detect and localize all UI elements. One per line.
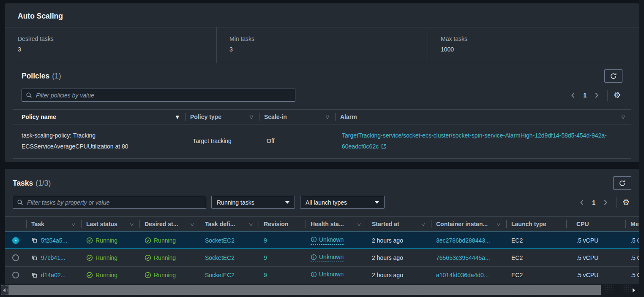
started-at-cell: 2 hours ago (367, 249, 431, 266)
stat-value: 1000 (441, 46, 626, 53)
status-running-badge: Running (86, 254, 117, 261)
revision-link[interactable]: 9 (264, 272, 267, 278)
task-radio-selected[interactable] (12, 237, 19, 244)
column-header-task-definition[interactable]: Task defi...▽ (200, 217, 259, 231)
task-row[interactable]: 97cb41... Running Running SocketEC2 9 Un… (5, 249, 639, 266)
policies-page-number[interactable]: 1 (579, 92, 590, 99)
policies-panel: Policies(1) (13, 63, 631, 159)
column-header-launch-type: Launch type (506, 217, 566, 231)
horizontal-scrollbar-thumb[interactable] (8, 285, 601, 295)
cpu-cell: .5 vCPU (566, 249, 625, 266)
sort-icon[interactable]: ▽ (418, 221, 425, 227)
sort-icon[interactable]: ▽ (187, 221, 194, 227)
sort-icon[interactable]: ▽ (68, 221, 75, 227)
column-header-cpu: CPU (566, 217, 625, 231)
task-radio[interactable] (12, 272, 19, 278)
policies-next-page-button[interactable] (590, 92, 603, 99)
sort-icon[interactable]: ▽ (322, 114, 329, 120)
column-header-container-instance[interactable]: Container instan...▽ (431, 217, 506, 231)
copy-icon[interactable] (31, 237, 38, 243)
auto-scaling-panel: Auto Scaling Desired tasks 3 Min tasks 3… (5, 3, 639, 162)
external-link-icon (381, 143, 387, 149)
task-id-link[interactable]: d14a02... (41, 272, 65, 278)
sort-icon[interactable]: ▽ (246, 114, 253, 120)
policy-row: task-scaling-policy: Tracking ECSService… (13, 124, 631, 158)
auto-scaling-title: Auto Scaling (18, 12, 63, 20)
column-header-started-at[interactable]: Started at▽ (367, 217, 431, 231)
health-status-popover[interactable]: Unknown (311, 271, 344, 279)
column-header-alarm[interactable]: Alarm ▽ (335, 110, 631, 124)
container-instance-link[interactable]: 765653c3954445a... (436, 254, 490, 261)
tasks-filter (13, 196, 206, 209)
tasks-prev-page-button[interactable] (576, 199, 588, 206)
task-row[interactable]: d14a02... Running Running SocketEC2 9 Un… (5, 266, 639, 284)
horizontal-scrollbar (0, 284, 639, 297)
sort-icon[interactable]: ▽ (127, 221, 134, 227)
memory-cell: .5 GB (625, 267, 639, 284)
stat-value: 3 (229, 46, 415, 53)
search-icon (17, 199, 23, 205)
copy-icon[interactable] (31, 255, 38, 261)
revision-link[interactable]: 9 (264, 237, 267, 244)
scroll-right-button[interactable] (630, 285, 637, 295)
task-id-link[interactable]: 97cb41... (41, 254, 65, 261)
policies-prev-page-button[interactable] (567, 92, 579, 99)
copy-icon[interactable] (31, 272, 38, 278)
tasks-settings-gear-icon[interactable]: ⚙ (621, 198, 631, 206)
health-status-popover[interactable]: Unknown (311, 254, 344, 262)
column-header-scale-in[interactable]: Scale-in ▽ (259, 110, 335, 124)
task-radio[interactable] (12, 254, 19, 261)
container-instance-link[interactable]: 3ec2786bd288443... (436, 237, 490, 244)
policies-filter (22, 89, 295, 102)
status-filter-select[interactable]: Running tasks (211, 196, 295, 209)
chevron-down-icon (375, 201, 379, 204)
started-at-cell: 2 hours ago (367, 232, 431, 249)
cpu-cell: .5 vCPU (566, 267, 625, 284)
vertical-scrollbar-track[interactable] (639, 0, 644, 297)
launch-type-cell: EC2 (506, 249, 566, 266)
status-running-badge: Running (86, 272, 117, 278)
tasks-refresh-button[interactable] (613, 176, 631, 190)
policy-scale-in-cell: Off (259, 130, 335, 146)
column-header-policy-type[interactable]: Policy type ▽ (185, 110, 259, 124)
task-row[interactable]: 5f254a5... Running Running SocketEC2 9 U… (5, 232, 639, 249)
tasks-filter-input[interactable] (26, 199, 202, 206)
status-running-badge: Running (145, 254, 176, 261)
task-definition-link[interactable]: SocketEC2 (205, 272, 235, 278)
task-definition-link[interactable]: SocketEC2 (205, 254, 235, 261)
tasks-next-page-button[interactable] (599, 199, 612, 206)
column-header-health-status[interactable]: Health sta...▽ (306, 217, 367, 231)
sort-desc-icon[interactable]: ▼ (172, 114, 179, 120)
tasks-page-number[interactable]: 1 (588, 199, 599, 206)
sort-icon[interactable]: ▽ (354, 221, 361, 227)
sort-icon[interactable]: ▽ (494, 221, 500, 227)
tasks-count: (1/3) (35, 179, 51, 187)
policies-filter-input[interactable] (35, 92, 291, 99)
revision-link[interactable]: 9 (264, 254, 267, 261)
policies-settings-gear-icon[interactable]: ⚙ (612, 91, 622, 99)
task-definition-link[interactable]: SocketEC2 (205, 237, 235, 244)
column-header-policy-name[interactable]: Policy name ▼ (13, 110, 185, 124)
column-header-last-status[interactable]: Last status▽ (81, 217, 139, 231)
policies-table-header: Policy name ▼ Policy type ▽ Scale-in ▽ A… (13, 109, 631, 124)
column-header-memory: Memory (625, 217, 639, 231)
policy-alarm-cell: TargetTracking-service/socket-ecs-cluste… (335, 130, 631, 152)
stat-label: Desired tasks (18, 35, 204, 42)
stat-desired-tasks: Desired tasks 3 (5, 27, 216, 63)
policies-count: (1) (52, 72, 61, 80)
launch-type-filter-select[interactable]: All launch types (300, 196, 385, 209)
sort-icon[interactable]: ▽ (618, 114, 625, 120)
policies-refresh-button[interactable] (604, 69, 622, 83)
stat-label: Min tasks (229, 35, 415, 42)
launch-type-cell: EC2 (506, 267, 566, 284)
cpu-cell: .5 vCPU (566, 232, 625, 249)
container-instance-link[interactable]: a1014fd036da4d0... (436, 272, 489, 278)
column-header-task[interactable]: Task▽ (26, 217, 81, 231)
alarm-link[interactable]: TargetTracking-service/socket-ecs-cluste… (342, 132, 607, 150)
memory-cell: .5 GB (625, 249, 639, 266)
sort-icon[interactable]: ▽ (246, 221, 253, 227)
column-header-desired-status[interactable]: Desired st...▽ (139, 217, 200, 231)
task-id-link[interactable]: 5f254a5... (41, 237, 67, 244)
scroll-left-button[interactable] (1, 285, 8, 295)
health-status-popover[interactable]: Unknown (311, 236, 344, 245)
